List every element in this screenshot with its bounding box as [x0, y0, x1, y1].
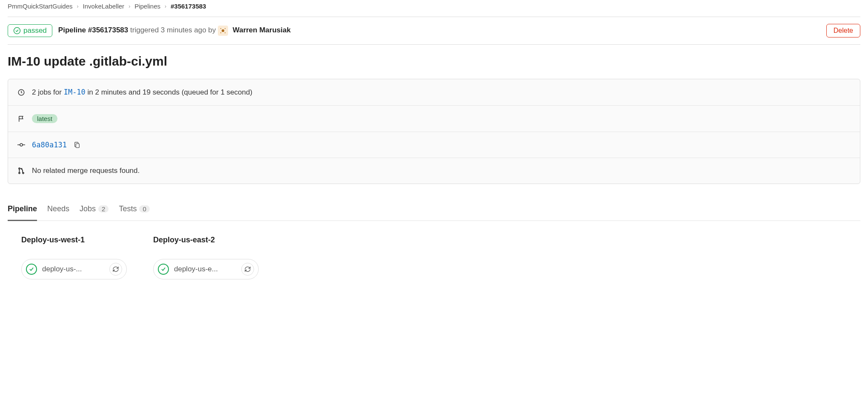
tab-needs[interactable]: Needs	[47, 201, 69, 220]
count-badge: 2	[98, 205, 108, 213]
check-circle-icon	[26, 264, 37, 275]
pipeline-header: passed Pipeline #356173583 triggered 3 m…	[8, 17, 860, 44]
check-circle-icon	[13, 27, 21, 34]
job-pill[interactable]: deploy-us-e...	[153, 259, 259, 279]
delete-button[interactable]: Delete	[826, 24, 860, 37]
chevron-right-icon: ›	[128, 3, 130, 9]
breadcrumb-item-current: #356173583	[171, 3, 206, 10]
jobs-suffix: in 2 minutes and 19 seconds (queued for …	[86, 88, 252, 96]
tabs: Pipeline Needs Jobs 2 Tests 0	[8, 201, 860, 221]
jobs-prefix: 2 jobs for	[32, 88, 64, 96]
tab-label: Jobs	[80, 204, 96, 213]
status-label: passed	[23, 26, 47, 35]
pipeline-info-panel: 2 jobs for IM-10 in 2 minutes and 19 sec…	[8, 79, 860, 184]
avatar[interactable]	[218, 26, 228, 36]
page-title: IM-10 update .gitlab-ci.yml	[8, 45, 860, 79]
stage-column: Deploy-us-west-1 deploy-us-...	[21, 236, 127, 279]
tab-jobs[interactable]: Jobs 2	[80, 201, 108, 220]
breadcrumb-item[interactable]: InvokeLabeller	[83, 3, 125, 10]
svg-point-6	[19, 168, 20, 169]
check-circle-icon	[158, 264, 169, 275]
job-name: deploy-us-e...	[174, 265, 236, 273]
stage-column: Deploy-us-east-2 deploy-us-e...	[153, 236, 259, 279]
triggered-text: triggered 3 minutes ago by	[128, 26, 218, 34]
latest-badge: latest	[32, 114, 57, 123]
info-row-flag: latest	[8, 105, 860, 132]
info-row-commit: 6a80a131	[8, 132, 860, 158]
svg-point-7	[19, 172, 20, 174]
stage-title: Deploy-us-east-2	[153, 236, 259, 244]
branch-link[interactable]: IM-10	[64, 88, 86, 96]
retry-button[interactable]	[109, 263, 122, 276]
svg-rect-5	[76, 144, 79, 147]
count-badge: 0	[139, 205, 149, 213]
commit-sha-link[interactable]: 6a80a131	[32, 141, 67, 149]
info-row-jobs: 2 jobs for IM-10 in 2 minutes and 19 sec…	[8, 79, 860, 105]
chevron-right-icon: ›	[77, 3, 79, 9]
clock-icon	[17, 89, 25, 96]
retry-icon	[244, 266, 251, 273]
jobs-summary: 2 jobs for IM-10 in 2 minutes and 19 sec…	[32, 88, 252, 97]
tab-label: Pipeline	[8, 204, 37, 213]
tab-label: Tests	[119, 204, 137, 213]
status-badge[interactable]: passed	[8, 24, 52, 37]
info-row-mr: No related merge requests found.	[8, 158, 860, 184]
svg-point-2	[20, 144, 23, 146]
merge-request-icon	[17, 167, 25, 175]
breadcrumb-item[interactable]: PmmQuickStartGuides	[8, 3, 73, 10]
pipeline-meta: Pipeline #356173583 triggered 3 minutes …	[58, 26, 820, 36]
breadcrumb: PmmQuickStartGuides › InvokeLabeller › P…	[8, 0, 860, 17]
tab-tests[interactable]: Tests 0	[119, 201, 149, 220]
chevron-right-icon: ›	[165, 3, 166, 9]
flag-icon	[17, 115, 25, 123]
svg-point-8	[23, 172, 24, 174]
user-name[interactable]: Warren Marusiak	[233, 26, 291, 34]
pipeline-id: Pipeline #356173583	[58, 26, 128, 34]
retry-icon	[112, 266, 119, 273]
job-name: deploy-us-...	[42, 265, 104, 273]
retry-button[interactable]	[241, 263, 254, 276]
pipeline-graph: Deploy-us-west-1 deploy-us-... Deploy-us…	[8, 221, 860, 296]
stage-title: Deploy-us-west-1	[21, 236, 127, 244]
commit-icon	[17, 142, 25, 148]
mr-text: No related merge requests found.	[32, 167, 140, 175]
breadcrumb-item[interactable]: Pipelines	[134, 3, 160, 10]
copy-icon[interactable]	[74, 141, 80, 149]
svg-point-0	[14, 28, 20, 34]
job-pill[interactable]: deploy-us-...	[21, 259, 127, 279]
tab-label: Needs	[47, 204, 69, 213]
tab-pipeline[interactable]: Pipeline	[8, 201, 37, 220]
